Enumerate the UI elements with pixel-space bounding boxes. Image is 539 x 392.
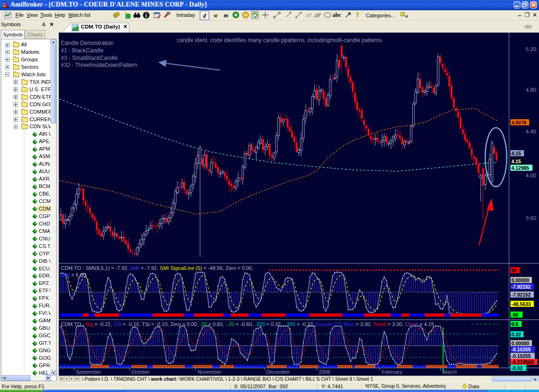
svg-text:September: September [76, 369, 101, 375]
svg-text:90: 90 [511, 268, 517, 273]
svg-text:February: February [382, 369, 403, 375]
svg-text:4.15: 4.15 [511, 151, 521, 156]
svg-text:#32 - ThreeInsideDownPattern: #32 - ThreeInsideDownPattern [61, 62, 137, 68]
svg-text:4.12985: 4.12985 [511, 165, 529, 171]
svg-text:4.15: 4.15 [511, 159, 521, 164]
svg-text:5.20: 5.20 [526, 46, 536, 52]
svg-text:#3 - SmallBlackCandle: #3 - SmallBlackCandle [61, 55, 118, 61]
svg-text:-7.92152: -7.92152 [511, 292, 531, 298]
svg-text:0.6: 0.6 [511, 321, 518, 327]
svg-text:4.80: 4.80 [526, 87, 536, 93]
svg-text:-0.32: -0.32 [511, 365, 523, 371]
svg-text:-90: -90 [511, 312, 518, 318]
svg-text:-0.10255: -0.10255 [511, 353, 531, 359]
svg-text:4.5078: 4.5078 [511, 120, 526, 125]
svg-text:-48.5633: -48.5633 [511, 301, 531, 307]
svg-text:-7.92152: -7.92152 [511, 284, 531, 290]
svg-text:0.00000: 0.00000 [511, 341, 529, 346]
svg-text:0.32: 0.32 [511, 332, 521, 337]
svg-text:#1 - BlackCandle: #1 - BlackCandle [61, 47, 104, 54]
svg-text:November: November [197, 369, 221, 375]
svg-text:March: March [443, 369, 457, 375]
svg-text:0.00000: 0.00000 [511, 277, 529, 283]
svg-text:candle ident. code identifies: candle ident. code identifies many candl… [177, 37, 382, 44]
svg-text:-0.10255: -0.10255 [511, 347, 531, 352]
svg-text:-0.219568: -0.219568 [511, 359, 533, 365]
svg-text:Candle Demostration: Candle Demostration [61, 40, 114, 46]
svg-text:4.40: 4.40 [526, 129, 536, 134]
svg-text:CDM.TO - SMI(8,5,1) = -7.92, S: CDM.TO - SMI(8,5,1) = -7.92, SMI = -7.92… [61, 265, 253, 271]
svg-text:SMI = 5.00: SMI = 5.00 [61, 272, 86, 278]
svg-text:October: October [131, 369, 150, 375]
svg-text:2008: 2008 [319, 369, 330, 375]
svg-text:CDM.TO - Sig = -0.22, TSI = -0: CDM.TO - Sig = -0.22, TSI = -0.10, TSI =… [61, 321, 434, 327]
svg-text:4.00: 4.00 [526, 173, 536, 178]
svg-text:December: December [266, 369, 290, 375]
svg-text:3.60: 3.60 [526, 215, 536, 221]
